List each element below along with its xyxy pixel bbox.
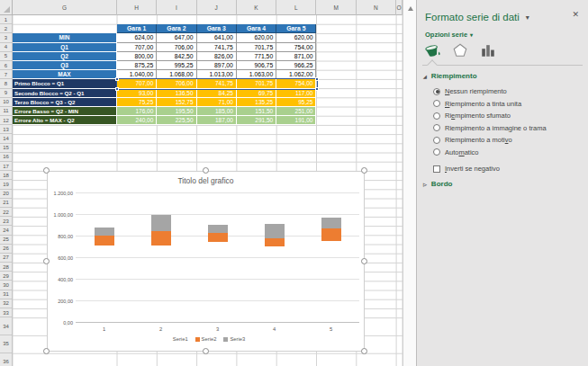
table-header-cell[interactable]: Gara 3 xyxy=(197,24,237,33)
plot-area[interactable] xyxy=(76,193,359,323)
table-value-cell[interactable]: 701,75 xyxy=(237,79,276,88)
table-value-cell[interactable]: 741,75 xyxy=(197,43,237,52)
table-header-cell[interactable]: Gara 2 xyxy=(157,24,196,33)
table-label-cell[interactable]: Terzo Blocco = Q3 - Q2 xyxy=(13,98,117,107)
table-label-cell[interactable]: Errore Alto = MAX - Q2 xyxy=(13,116,117,125)
table-label-cell[interactable]: MAX xyxy=(13,70,117,79)
bar-segment-Serie2[interactable] xyxy=(321,228,341,241)
table-value-cell[interactable]: 151,50 xyxy=(237,107,276,116)
chart-resize-handle[interactable] xyxy=(203,167,209,174)
fill-color-tab[interactable] xyxy=(423,41,441,59)
bar-segment-Serie3[interactable] xyxy=(265,224,285,238)
bar-segment-Serie3[interactable] xyxy=(321,218,341,228)
table-value-cell[interactable]: 647,00 xyxy=(157,33,196,42)
table-value-cell[interactable]: 706,00 xyxy=(157,79,196,88)
radio-icon[interactable] xyxy=(433,137,440,144)
table-value-cell[interactable]: 195,50 xyxy=(157,107,196,116)
radio-option-riempimento-a-motivo[interactable]: Riempimento a motivo xyxy=(433,134,547,147)
table-value-cell[interactable]: 93,00 xyxy=(117,89,157,98)
series-options-tab[interactable] xyxy=(479,41,497,59)
bar-category-5[interactable] xyxy=(321,192,341,322)
table-label-cell[interactable]: Q1 xyxy=(13,43,117,52)
table-value-cell[interactable]: 897,00 xyxy=(197,61,237,70)
chart-resize-handle[interactable] xyxy=(43,258,50,264)
vertical-scrollbar[interactable] xyxy=(403,0,416,366)
table-value-cell[interactable]: 1.062,00 xyxy=(276,70,316,79)
table-value-cell[interactable]: 1.040,00 xyxy=(117,70,157,79)
pane-title-caret-icon[interactable]: ▾ xyxy=(526,13,529,22)
chart-title[interactable]: Titolo del grafico xyxy=(48,176,364,185)
radio-option-riempimento-a-tinta-unita[interactable]: Riempimento a tinta unita xyxy=(433,98,547,111)
scroll-up-button[interactable] xyxy=(405,3,415,13)
radio-option-automatico[interactable]: Automatico xyxy=(433,147,547,159)
table-value-cell[interactable]: 641,00 xyxy=(197,33,237,42)
section-bordo[interactable]: ▷ Bordo xyxy=(423,180,452,188)
chart-object[interactable]: Titolo del grafico 12345 Serie1Serie2Ser… xyxy=(47,171,365,352)
table-label-cell[interactable]: Q3 xyxy=(13,61,117,70)
table-value-cell[interactable]: 117,00 xyxy=(276,89,316,98)
table-value-cell[interactable]: 71,00 xyxy=(197,98,237,107)
table-value-cell[interactable]: 185,00 xyxy=(197,107,237,116)
table-value-cell[interactable]: 800,00 xyxy=(117,52,157,61)
bar-segment-Serie3[interactable] xyxy=(95,228,114,236)
table-value-cell[interactable]: 136,50 xyxy=(157,89,196,98)
bar-category-4[interactable] xyxy=(265,192,285,322)
table-value-cell[interactable]: 624,00 xyxy=(117,33,157,42)
table-value-cell[interactable]: 966,25 xyxy=(276,61,316,70)
chart-resize-handle[interactable] xyxy=(203,348,209,354)
table-value-cell[interactable]: 771,50 xyxy=(237,52,276,61)
table-value-cell[interactable]: 1.063,00 xyxy=(237,70,276,79)
bar-segment-Serie1[interactable] xyxy=(208,242,228,322)
legend-item[interactable]: Serie1 xyxy=(167,336,188,342)
table-label-cell[interactable]: Secondo Blocco = Q2 - Q1 xyxy=(13,89,117,98)
table-label-cell[interactable]: Errore Basso = Q2 - MIN xyxy=(13,107,117,116)
table-value-cell[interactable]: 707,00 xyxy=(117,43,157,52)
table-value-cell[interactable]: 176,00 xyxy=(117,107,157,116)
table-header-cell[interactable]: Gara 5 xyxy=(276,24,316,33)
chart-resize-handle[interactable] xyxy=(361,348,367,354)
table-value-cell[interactable]: 707,00 xyxy=(117,79,157,88)
radio-option-nessun-riempimento[interactable]: Nessun riempimento xyxy=(433,85,547,98)
section-riempimento[interactable]: ◢ Riempimento xyxy=(423,72,477,80)
legend-item[interactable]: Serie2 xyxy=(195,336,217,342)
checkbox-icon[interactable] xyxy=(433,165,440,173)
table-value-cell[interactable]: 754,00 xyxy=(276,79,316,88)
table-value-cell[interactable]: 995,25 xyxy=(157,61,196,70)
effects-tab[interactable] xyxy=(451,41,469,59)
checkbox-option-inverti-se-negativo[interactable]: Inverti se negativo xyxy=(433,163,547,175)
bar-segment-Serie2[interactable] xyxy=(151,231,171,245)
table-value-cell[interactable]: 741,75 xyxy=(197,79,237,88)
radio-icon[interactable] xyxy=(433,100,440,107)
table-value-cell[interactable]: 251,00 xyxy=(276,107,316,116)
table-value-cell[interactable]: 225,50 xyxy=(157,116,196,125)
table-value-cell[interactable]: 84,25 xyxy=(197,89,237,98)
bar-segment-Serie3[interactable] xyxy=(151,215,171,231)
chart-resize-handle[interactable] xyxy=(43,348,50,354)
chart-resize-handle[interactable] xyxy=(43,167,50,174)
radio-icon[interactable] xyxy=(433,124,440,131)
table-label-cell[interactable]: MIN xyxy=(13,33,117,42)
legend-item[interactable]: Serie3 xyxy=(223,336,245,342)
bar-category-1[interactable] xyxy=(95,192,114,322)
table-value-cell[interactable]: 1.013,00 xyxy=(197,70,237,79)
table-value-cell[interactable]: 1.068,00 xyxy=(157,70,196,79)
table-value-cell[interactable]: 187,00 xyxy=(197,116,237,125)
bar-segment-Serie3[interactable] xyxy=(208,225,228,233)
bar-segment-Serie1[interactable] xyxy=(151,245,171,322)
bar-segment-Serie2[interactable] xyxy=(208,233,228,242)
table-label-cell[interactable]: Q2 xyxy=(13,52,117,61)
table-value-cell[interactable]: 754,00 xyxy=(276,43,316,52)
radio-icon[interactable] xyxy=(433,88,440,95)
table-label-cell[interactable]: Primo Blocco = Q1 xyxy=(13,79,117,88)
table-value-cell[interactable]: 620,00 xyxy=(237,33,276,42)
table-value-cell[interactable]: 701,75 xyxy=(237,43,276,52)
table-value-cell[interactable]: 75,25 xyxy=(117,98,157,107)
table-value-cell[interactable]: 152,75 xyxy=(157,98,196,107)
chart-resize-handle[interactable] xyxy=(361,167,367,174)
table-value-cell[interactable]: 706,00 xyxy=(157,43,196,52)
bar-category-2[interactable] xyxy=(151,192,171,322)
table-value-cell[interactable]: 135,25 xyxy=(237,98,276,107)
table-value-cell[interactable]: 842,50 xyxy=(157,52,196,61)
radio-icon[interactable] xyxy=(433,148,440,156)
bar-segment-Serie1[interactable] xyxy=(95,245,114,322)
